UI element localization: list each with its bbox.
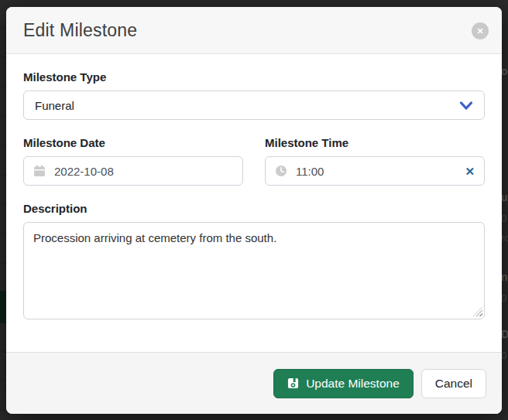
update-milestone-button[interactable]: Update Milestone [273, 369, 414, 398]
backdrop-fragment: 0 [501, 350, 506, 361]
milestone-type-select[interactable]: Funeral [23, 90, 485, 120]
description-textarea[interactable]: Procession arriving at cemetery from the… [23, 222, 485, 319]
close-button[interactable]: ✕ [472, 22, 489, 39]
backdrop-fragment: 0 [501, 292, 506, 304]
milestone-date-field[interactable] [23, 156, 243, 186]
calendar-icon [33, 165, 46, 177]
save-icon [287, 377, 299, 389]
dialog-body: Milestone Type Funeral Milestone Date [6, 54, 502, 352]
backdrop-text-fragments: o u 0 ro n 0 De 0 [501, 0, 508, 420]
clear-x-icon[interactable]: ✕ [465, 166, 475, 177]
milestone-type-value: Funeral [35, 99, 74, 112]
description-group: Description Procession arriving at cemet… [23, 202, 485, 319]
cancel-button[interactable]: Cancel [421, 369, 486, 398]
edit-milestone-dialog: Edit Milestone ✕ Milestone Type Funeral … [6, 7, 502, 414]
description-label: Description [23, 202, 485, 215]
chevron-down-icon [459, 101, 473, 111]
backdrop-fragment: ro [501, 232, 508, 244]
dialog-header: Edit Milestone ✕ [6, 7, 502, 54]
milestone-time-input[interactable] [296, 165, 453, 178]
milestone-time-field[interactable]: ✕ [265, 156, 485, 186]
backdrop-green-button-fragment [0, 291, 6, 323]
milestone-date-label: Milestone Date [23, 136, 243, 149]
page-backdrop: { "modal": { "title": "Edit Milestone", … [0, 0, 508, 420]
backdrop-fragment: 0 [501, 213, 506, 224]
milestone-date-group: Milestone Date [23, 136, 243, 186]
milestone-time-group: Milestone Time ✕ [265, 136, 485, 186]
clock-icon [275, 165, 287, 177]
date-time-row: Milestone Date Milestone Time [23, 136, 485, 186]
milestone-date-input[interactable] [54, 165, 233, 178]
update-milestone-label: Update Milestone [306, 377, 400, 391]
dialog-footer: Update Milestone Cancel [6, 352, 502, 414]
backdrop-fragment: De [501, 328, 508, 340]
backdrop-fragment: n [501, 271, 508, 283]
close-icon: ✕ [476, 27, 483, 36]
backdrop-fragment: o [501, 65, 508, 77]
backdrop-left-band [0, 0, 6, 420]
milestone-type-label: Milestone Type [23, 70, 485, 84]
description-field: Procession arriving at cemetery from the… [23, 222, 485, 319]
milestone-time-label: Milestone Time [265, 136, 485, 149]
milestone-type-group: Milestone Type Funeral [23, 70, 485, 120]
page-title: Edit Milestone [23, 20, 137, 41]
backdrop-fragment: u [501, 191, 508, 203]
